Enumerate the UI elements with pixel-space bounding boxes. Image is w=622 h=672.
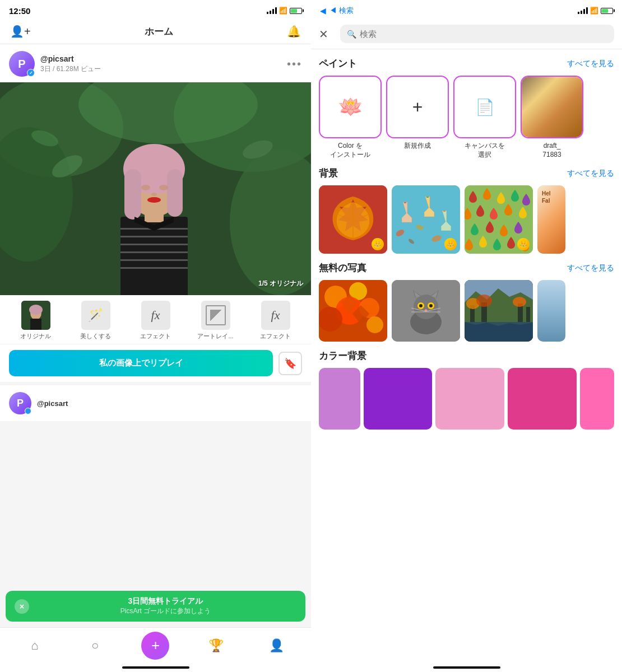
color-swatch-1[interactable] bbox=[319, 368, 360, 430]
home-indicator bbox=[122, 666, 189, 669]
woman-illustration bbox=[0, 82, 311, 295]
main-image-bg bbox=[0, 82, 311, 295]
svg-point-47 bbox=[366, 316, 383, 333]
bg-card-drops[interactable]: 👑 bbox=[465, 185, 533, 254]
svg-point-46 bbox=[319, 307, 342, 332]
photos-see-all[interactable]: すべてを見る bbox=[567, 263, 614, 273]
home-title: ホーム bbox=[145, 25, 173, 38]
paint-item-color[interactable]: 🪷 Color をインストール bbox=[319, 76, 382, 159]
original-thumb-img bbox=[21, 301, 50, 330]
color-background-section: カラー背景 bbox=[319, 349, 614, 430]
tool-artray[interactable]: アートレイ... bbox=[187, 301, 244, 340]
right-top-bar: ✕ 🔍 bbox=[311, 20, 622, 49]
photos-section-header: 無料の写真 すべてを見る bbox=[319, 262, 614, 274]
paint-card-canvas[interactable]: 📄 bbox=[453, 76, 516, 138]
profile-meta: 3日 / 61.28M ビュー bbox=[40, 64, 287, 74]
photo-items-list bbox=[319, 280, 614, 342]
svg-point-21 bbox=[141, 185, 150, 190]
paint-item-canvas[interactable]: 📄 キャンバスを選択 bbox=[453, 76, 516, 159]
bg-card-autumn[interactable]: 👑 bbox=[319, 185, 387, 254]
search-bar-icon: 🔍 bbox=[347, 30, 356, 39]
color-swatch-5[interactable] bbox=[580, 368, 614, 430]
left-signal-icon bbox=[267, 7, 277, 14]
paint-card-draft[interactable] bbox=[521, 76, 583, 138]
photos-title: 無料の写真 bbox=[319, 262, 366, 274]
trial-subtitle: PicsArt ゴールドに参加しよう bbox=[35, 606, 296, 616]
nav-profile[interactable]: 👤 bbox=[246, 638, 307, 653]
image-counter: 1/5 オリジナル bbox=[258, 279, 303, 288]
trial-title: 3日間無料トライアル bbox=[35, 596, 296, 606]
second-post-preview: P @picsart bbox=[0, 385, 311, 421]
trophy-icon: 🏆 bbox=[208, 638, 224, 653]
tool-bar: オリジナル 🪄 美しくする fx エフェクト アートレイ... bbox=[0, 295, 311, 344]
profile-name: @picsart bbox=[40, 54, 287, 63]
nav-trophy[interactable]: 🏆 bbox=[185, 638, 246, 653]
main-image: 1/5 オリジナル bbox=[0, 82, 311, 295]
trial-close-button[interactable]: × bbox=[15, 599, 29, 614]
tool-artray-label: アートレイ... bbox=[197, 332, 233, 340]
back-to-search[interactable]: ◀ ◀ 検索 bbox=[320, 6, 354, 16]
paint-label-new: 新規作成 bbox=[404, 142, 431, 151]
background-see-all[interactable]: すべてを見る bbox=[567, 169, 614, 179]
svg-rect-19 bbox=[124, 169, 141, 220]
svg-rect-12 bbox=[120, 244, 188, 245]
home-icon: ⌂ bbox=[31, 638, 38, 653]
photo-cat[interactable] bbox=[392, 280, 460, 342]
svg-rect-65 bbox=[526, 307, 530, 322]
photo-4[interactable] bbox=[537, 280, 565, 342]
paint-item-new[interactable]: + 新規作成 bbox=[386, 76, 449, 159]
nav-search[interactable]: ○ bbox=[65, 638, 126, 653]
create-plus-icon: + bbox=[141, 632, 169, 660]
svg-rect-15 bbox=[120, 267, 188, 269]
paint-see-all[interactable]: すべてを見る bbox=[567, 59, 614, 69]
tool-effect2[interactable]: fx エフェクト bbox=[247, 301, 304, 340]
paint-items-list: 🪷 Color をインストール + 新規作成 📄 キャンバスを選択 bbox=[319, 76, 614, 159]
photo-autumn-leaves[interactable] bbox=[319, 280, 387, 342]
profile-info: @picsart 3日 / 61.28M ビュー bbox=[40, 54, 287, 74]
svg-point-50 bbox=[414, 295, 438, 319]
paint-item-draft[interactable]: draft_71883 bbox=[521, 76, 583, 159]
left-battery-icon bbox=[290, 8, 302, 14]
lotus-icon: 🪷 bbox=[338, 95, 363, 119]
photo-river[interactable] bbox=[465, 280, 533, 342]
svg-rect-14 bbox=[120, 259, 188, 261]
paint-title: ペイント bbox=[319, 57, 357, 70]
nav-create[interactable]: + bbox=[126, 632, 186, 660]
back-arrow-icon: ◀ bbox=[320, 6, 326, 15]
svg-rect-20 bbox=[167, 169, 183, 217]
search-bar[interactable]: 🔍 bbox=[340, 25, 614, 43]
right-panel: ◀ ◀ 検索 📶 ✕ 🔍 ペイント bbox=[311, 0, 622, 672]
bg-card-4[interactable]: HelFal bbox=[537, 185, 565, 254]
nav-home[interactable]: ⌂ bbox=[4, 638, 65, 653]
replay-button[interactable]: 私の画像上でリプレイ bbox=[9, 350, 273, 376]
paint-label-canvas: キャンバスを選択 bbox=[465, 142, 505, 159]
background-items: 👑 bbox=[319, 185, 614, 254]
search-icon: ○ bbox=[91, 638, 99, 653]
bg-card-socks[interactable]: 👑 bbox=[392, 185, 460, 254]
color-swatch-3[interactable] bbox=[435, 368, 504, 430]
notification-button[interactable]: 🔔 bbox=[287, 25, 301, 38]
svg-point-53 bbox=[419, 304, 423, 307]
add-user-button[interactable]: 👤+ bbox=[10, 25, 31, 38]
bookmark-button[interactable]: 🔖 bbox=[278, 352, 302, 375]
color-swatch-4[interactable] bbox=[508, 368, 577, 430]
color-swatches bbox=[319, 368, 614, 430]
paint-card-color[interactable]: 🪷 bbox=[319, 76, 382, 138]
profile-section: P ✓ @picsart 3日 / 61.28M ビュー ••• bbox=[0, 44, 311, 82]
color-bg-title: カラー背景 bbox=[319, 349, 366, 362]
tool-beautify-thumb: 🪄 bbox=[81, 301, 110, 330]
tool-original[interactable]: オリジナル bbox=[7, 301, 64, 340]
tool-beautify[interactable]: 🪄 美しくする bbox=[67, 301, 124, 340]
color-swatch-2[interactable] bbox=[364, 368, 433, 430]
search-input[interactable] bbox=[360, 29, 607, 39]
avatar: P ✓ bbox=[9, 51, 35, 77]
tool-effect-label: エフェクト bbox=[140, 332, 171, 340]
more-options-button[interactable]: ••• bbox=[287, 58, 302, 71]
tool-effect-thumb: fx bbox=[141, 301, 170, 330]
paint-card-new[interactable]: + bbox=[386, 76, 449, 138]
bottom-nav: ⌂ ○ + 🏆 👤 bbox=[0, 627, 311, 672]
tool-effect[interactable]: fx エフェクト bbox=[127, 301, 184, 340]
paint-label-color: Color をインストール bbox=[330, 142, 370, 159]
paint-section-header: ペイント すべてを見る bbox=[319, 57, 614, 70]
close-button[interactable]: ✕ bbox=[319, 27, 335, 41]
